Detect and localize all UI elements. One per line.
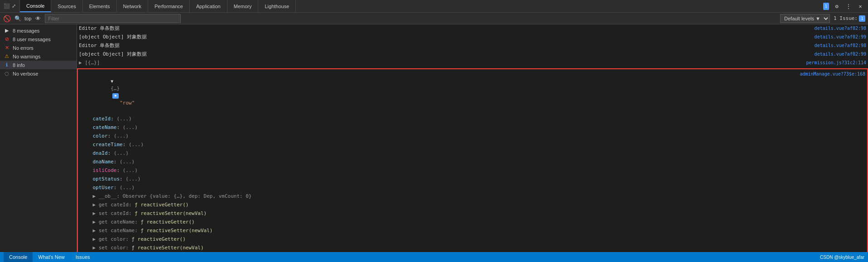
tab-performance[interactable]: Performance (148, 0, 190, 12)
warning-icon: ⚠ (4, 53, 10, 59)
status-tab-issues[interactable]: Issues (70, 252, 96, 262)
source-link[interactable]: details.vue?af02:98 (811, 42, 866, 49)
object-block: ▼ {…} ⚑ "row" adminManage.vue?73$e:168 c… (77, 68, 868, 252)
setter-color: ▶ set color: ƒ reactiveSetter(newVal) (78, 244, 867, 252)
sidebar-item-errors[interactable]: ✕ No errors (0, 43, 77, 52)
sidebar-label-errors: No errors (13, 45, 34, 51)
tab-memory[interactable]: Memory (227, 0, 259, 12)
filter-input[interactable] (45, 14, 181, 23)
settings-icon[interactable]: ⚙ (833, 2, 841, 10)
sidebar-item-verbose[interactable]: ◌ No verbose (0, 69, 77, 78)
close-icon[interactable]: ✕ (856, 2, 864, 10)
console-text: Editor 单条数据 (79, 25, 120, 32)
getter-cateId: ▶ get cateId: ƒ reactiveGetter() (78, 201, 867, 210)
sidebar-item-warnings[interactable]: ⚠ No warnings (0, 52, 77, 61)
prop-dnaName: dnaName: (...) (78, 158, 867, 167)
sidebar-label-user: 8 user messages (13, 37, 51, 42)
levels-select[interactable]: Default levels ▼ (780, 14, 830, 23)
messages-icon: ▶ (4, 28, 10, 33)
setter-cateId: ▶ set cateId: ƒ reactiveSetter(newVal) (78, 210, 867, 218)
sidebar-item-all[interactable]: ▶ 8 messages (0, 26, 77, 35)
object-header[interactable]: ▼ {…} ⚑ "row" (81, 71, 135, 114)
prop-createTime: createTime: (...) (78, 141, 867, 149)
main-content: ▶ 8 messages ⊘ 8 user messages ✕ No erro… (0, 24, 868, 252)
source-link[interactable]: details.vue?af02:99 (811, 33, 866, 41)
tab-elements[interactable]: Elements (83, 0, 117, 12)
tab-console[interactable]: Console (20, 0, 51, 12)
console-text: [object Object] 对象数据 (79, 51, 147, 58)
issue-icon: 1 (859, 15, 865, 22)
source-link[interactable]: adminManage.vue?73$e:168 (796, 71, 866, 78)
dev-tools-tabs: ⬛ ⤢ Console Sources Elements Network Per… (0, 0, 296, 12)
tab-icons: ⬛ ⤢ (0, 0, 20, 12)
brace-open: {…} (111, 86, 120, 91)
sidebar-label-verbose: No verbose (13, 71, 38, 76)
sidebar-item-user[interactable]: ⊘ 8 user messages (0, 35, 77, 43)
console-text: [object Object] 对象数据 (79, 33, 147, 41)
prop-color: color: (...) (78, 132, 867, 141)
object-header-line: ▼ {…} ⚑ "row" adminManage.vue?73$e:168 (78, 70, 867, 115)
prop-optUser: optUser: (...) (78, 184, 867, 192)
prop-observer: ▶ __ob__: Observer {value: {…}, dep: Dep… (78, 192, 867, 201)
context-label: top (24, 16, 31, 21)
more-icon[interactable]: ⋮ (844, 2, 853, 10)
setter-cateName: ▶ set cateName: ƒ reactiveSetter(newVal) (78, 227, 867, 235)
getter-color: ▶ get color: ƒ reactiveGetter() (78, 235, 867, 244)
sidebar-label-warnings: No warnings (13, 54, 40, 59)
sidebar-item-info[interactable]: ℹ 8 info (0, 61, 77, 69)
source-link[interactable]: details.vue?af02:98 (811, 25, 866, 32)
console-toolbar: 🚫 🔍 top 👁 Default levels ▼ 1 Issue: 1 (0, 13, 868, 24)
getter-cateName: ▶ get cateName: ƒ reactiveGetter() (78, 218, 867, 227)
console-output: Editor 单条数据 details.vue?af02:98 [object … (77, 24, 868, 252)
status-tab-whats-new[interactable]: What's New (33, 252, 70, 262)
top-right-icons: 1 ⚙ ⋮ ✕ (823, 2, 868, 10)
status-bar: Console What's New Issues CSDN @skyblue_… (0, 252, 868, 262)
console-line: ▶ [{…}] permission.js?31c2:114 (77, 59, 868, 67)
issue-badge: 1 Issue: 1 (834, 15, 865, 22)
prop-dnaId: dnaId: (...) (78, 149, 867, 158)
tab-application[interactable]: Application (190, 0, 227, 12)
console-line: [object Object] 对象数据 details.vue?af02:99 (77, 50, 868, 59)
prop-cateName: cateName: (...) (78, 124, 867, 132)
sidebar-label-all: 8 messages (13, 28, 39, 33)
tab-sources[interactable]: Sources (51, 0, 82, 12)
issue-count-badge: 1 (823, 3, 829, 10)
source-link[interactable]: permission.js?31c2:114 (803, 59, 866, 67)
eye-icon[interactable]: 👁 (34, 14, 42, 23)
row-label: "row" (120, 100, 135, 106)
source-link[interactable]: details.vue?af02:99 (811, 51, 866, 58)
sidebar-label-info: 8 info (13, 62, 25, 68)
console-text: ▶ [{…}] (79, 59, 100, 67)
console-text: Editor 单条数据 (79, 42, 120, 49)
inline-badge: ⚑ (112, 93, 118, 99)
undock-icon[interactable]: ⤢ (12, 3, 16, 9)
status-right-text: CSDN @skyblue_afar (820, 255, 864, 260)
info-icon: ℹ (4, 62, 10, 68)
tab-lighthouse[interactable]: Lighthouse (258, 0, 296, 12)
console-line: [object Object] 对象数据 details.vue?af02:99 (77, 33, 868, 42)
prop-cateId: cateId: (...) (78, 115, 867, 124)
verbose-icon: ◌ (4, 71, 10, 76)
user-messages-icon: ⊘ (4, 36, 10, 42)
console-line: Editor 单条数据 details.vue?af02:98 (77, 24, 868, 33)
prop-isliCode: isliCode: (...) (78, 167, 867, 175)
tab-bar: ⬛ ⤢ Console Sources Elements Network Per… (0, 0, 868, 13)
filter-icon[interactable]: 🔍 (14, 14, 22, 23)
error-icon: ✕ (4, 45, 10, 51)
console-line: Editor 单条数据 details.vue?af02:98 (77, 42, 868, 50)
clear-console-icon[interactable]: 🚫 (3, 14, 11, 23)
expand-arrow: ▼ (111, 79, 116, 84)
status-tab-console[interactable]: Console (4, 252, 33, 262)
dock-icon[interactable]: ⬛ (4, 3, 10, 9)
sidebar: ▶ 8 messages ⊘ 8 user messages ✕ No erro… (0, 24, 77, 252)
tab-network[interactable]: Network (117, 0, 148, 12)
prop-optStatus: optStatus: (...) (78, 175, 867, 184)
